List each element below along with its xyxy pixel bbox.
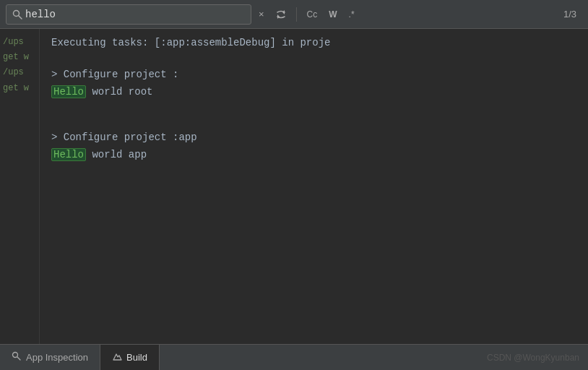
configure-root-header: > Configure project : — [51, 66, 576, 84]
case-sensitive-button[interactable]: Cc — [303, 7, 322, 22]
spacer — [51, 115, 576, 129]
app-inspection-label: App Inspection — [26, 352, 88, 363]
world-root-text: world root — [92, 86, 152, 98]
build-label: Build — [126, 352, 147, 363]
main-area: /ups get w /ups get w Executing tasks: [… — [0, 29, 588, 344]
regex-button[interactable]: .* — [345, 7, 359, 22]
watermark: CSDN @WongKyunban — [487, 353, 588, 363]
world-app-text: world app — [92, 149, 147, 160]
search-input[interactable] — [25, 9, 245, 20]
hello-world-app: Hello world app — [51, 147, 576, 164]
left-panel-line: /ups — [0, 65, 39, 80]
svg-marker-3 — [277, 14, 280, 19]
hello-world-root: Hello world root — [51, 84, 576, 101]
svg-line-5 — [17, 357, 21, 361]
clear-button[interactable]: × — [254, 7, 269, 22]
tab-bar: App Inspection Build CSDN @WongKyunban — [0, 344, 588, 370]
search-input-wrap — [6, 4, 251, 25]
console-output: Executing tasks: [:app:assembleDebug] in… — [40, 29, 588, 344]
left-panel: /ups get w /ups get w — [0, 29, 40, 344]
match-count: 1/3 — [563, 9, 582, 20]
whole-word-button[interactable]: W — [324, 7, 341, 22]
app-inspection-icon — [12, 351, 22, 363]
left-panel-line: get w — [0, 50, 39, 65]
left-panel-line: /ups — [0, 35, 39, 50]
hello-highlight-app: Hello — [51, 148, 86, 161]
configure-app-header: > Configure project :app — [51, 129, 576, 147]
executing-line: Executing tasks: [:app:assembleDebug] in… — [51, 35, 576, 52]
build-icon — [112, 351, 122, 363]
spacer — [51, 52, 576, 66]
svg-line-1 — [19, 15, 22, 19]
left-panel-line: get w — [0, 81, 39, 96]
tab-app-inspection[interactable]: App Inspection — [0, 345, 100, 370]
tab-build[interactable]: Build — [100, 345, 160, 370]
svg-marker-2 — [282, 10, 285, 14]
separator — [296, 7, 297, 22]
search-toolbar: × Cc W .* 1/3 — [0, 0, 588, 29]
search-icon — [12, 9, 22, 20]
replace-button[interactable] — [272, 7, 290, 22]
hello-highlight: Hello — [51, 85, 86, 98]
spacer — [51, 100, 576, 115]
